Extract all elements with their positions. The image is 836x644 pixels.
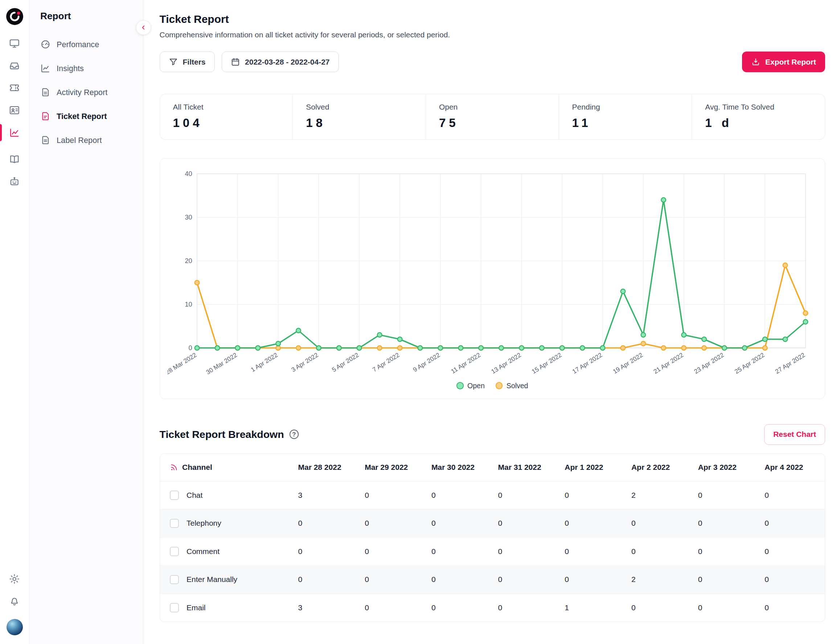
knowledge-base-icon[interactable]: [0, 148, 29, 171]
stat-open: Open75: [426, 95, 559, 139]
column-header-date: Mar 28 2022: [292, 454, 359, 481]
download-icon: [751, 57, 761, 67]
sidebar-item-label-report[interactable]: Label Report: [29, 129, 143, 152]
cell-value: 1: [558, 593, 625, 621]
svg-text:20: 20: [185, 257, 192, 264]
column-header-label: Mar 28 2022: [298, 463, 341, 472]
column-header-date: Apr 2 2022: [625, 454, 692, 481]
breakdown-table: ChannelMar 28 2022Mar 29 2022Mar 30 2022…: [160, 453, 826, 622]
svg-text:19 Apr 2022: 19 Apr 2022: [611, 351, 644, 375]
cell-value: 0: [758, 537, 825, 566]
sidebar-item-label: Label Report: [57, 136, 102, 145]
cell-value: 0: [558, 481, 625, 509]
row-checkbox[interactable]: [170, 575, 179, 585]
sidebar-item-activity-report[interactable]: Activity Report: [29, 80, 143, 104]
filter-icon: [169, 57, 178, 67]
user-avatar[interactable]: [7, 619, 23, 635]
column-header-label: Mar 29 2022: [365, 463, 408, 472]
app-logo[interactable]: [5, 7, 24, 26]
cell-value: 2: [625, 481, 692, 509]
stat-value: 18: [306, 116, 413, 130]
sidebar-item-label: Perfomance: [57, 40, 99, 49]
cell-value: 0: [692, 481, 758, 509]
contacts-icon[interactable]: [0, 99, 29, 122]
sidebar-items: PerfomanceInsightsActivity ReportTicket …: [29, 33, 143, 152]
column-header-date: Mar 29 2022: [358, 454, 425, 481]
cell-value: 0: [425, 509, 491, 538]
sidebar-item-perfomance[interactable]: Perfomance: [29, 33, 143, 57]
sidebar-title: Report: [29, 9, 143, 33]
sidebar: Report PerfomanceInsightsActivity Report…: [29, 0, 143, 644]
breakdown-table-body: Chat30000200Telephony00000000Comment0000…: [160, 481, 825, 621]
sidebar-item-ticket-report[interactable]: Ticket Report: [29, 104, 143, 129]
reset-chart-button[interactable]: Reset Chart: [764, 424, 825, 445]
settings-icon[interactable]: [0, 568, 29, 590]
cell-value: 0: [292, 537, 359, 566]
cell-value: 0: [425, 537, 491, 566]
cell-value: 0: [358, 566, 425, 594]
legend-dot: [456, 382, 464, 389]
notifications-icon[interactable]: [0, 590, 29, 613]
cell-value: 0: [292, 509, 359, 538]
trend-icon: [40, 63, 51, 73]
table-row-email: Email30001000: [160, 593, 825, 621]
table-row-enter-manually: Enter Manually00000200: [160, 566, 825, 594]
help-icon[interactable]: ?: [289, 430, 299, 439]
channel-label: Comment: [186, 547, 219, 556]
cell-value: 3: [292, 481, 359, 509]
filters-button[interactable]: Filters: [160, 52, 215, 72]
sidebar-item-label: Ticket Report: [57, 112, 107, 121]
svg-text:11 Apr 2022: 11 Apr 2022: [449, 351, 482, 375]
channel-cell: Telephony: [160, 509, 292, 538]
svg-text:10: 10: [185, 301, 192, 308]
stat-avg-time-to-solved: Avg. Time To Solved1 d: [692, 95, 825, 139]
page-title: Ticket Report: [160, 13, 826, 25]
cell-value: 0: [758, 481, 825, 509]
monitor-icon[interactable]: [0, 32, 29, 55]
svg-text:40: 40: [185, 170, 192, 178]
export-report-button[interactable]: Export Report: [742, 52, 825, 72]
svg-text:9 Apr 2022: 9 Apr 2022: [411, 351, 441, 373]
app-root: Report PerfomanceInsightsActivity Report…: [0, 0, 836, 644]
ticket-icon[interactable]: [0, 77, 29, 99]
svg-text:3 Apr 2022: 3 Apr 2022: [290, 351, 319, 373]
cell-value: 0: [491, 593, 558, 621]
calendar-icon: [231, 57, 240, 67]
svg-text:23 Apr 2022: 23 Apr 2022: [692, 351, 725, 375]
column-header-label: Apr 3 2022: [698, 463, 736, 472]
cell-value: 0: [625, 593, 692, 621]
row-checkbox[interactable]: [170, 547, 179, 556]
date-range-button[interactable]: 2022-03-28 - 2022-04-27: [222, 52, 339, 72]
cell-value: 0: [491, 566, 558, 594]
legend-item-open[interactable]: Open: [456, 382, 485, 390]
sidebar-item-insights[interactable]: Insights: [29, 57, 143, 80]
cell-value: 0: [558, 566, 625, 594]
channel-table: ChannelMar 28 2022Mar 29 2022Mar 30 2022…: [160, 454, 825, 622]
svg-text:25 Apr 2022: 25 Apr 2022: [733, 351, 766, 375]
svg-text:5 Apr 2022: 5 Apr 2022: [330, 351, 359, 373]
row-checkbox[interactable]: [170, 603, 179, 613]
bot-icon[interactable]: [0, 171, 29, 193]
stat-label: Open: [439, 103, 546, 111]
reports-icon[interactable]: [0, 122, 29, 144]
column-header-label: Apr 1 2022: [565, 463, 603, 472]
column-header-label: Channel: [182, 463, 212, 472]
table-row-comment: Comment00000000: [160, 537, 825, 566]
legend-label: Open: [467, 382, 485, 390]
stat-pending: Pending11: [559, 95, 692, 139]
svg-text:30 Mar 2022: 30 Mar 2022: [205, 351, 238, 375]
legend-dot: [496, 382, 503, 389]
channel-label: Chat: [186, 491, 202, 500]
row-checkbox[interactable]: [170, 491, 179, 500]
legend-item-solved[interactable]: Solved: [496, 382, 528, 390]
cell-value: 0: [758, 509, 825, 538]
doc-ticket-icon: [40, 111, 51, 122]
inbox-icon[interactable]: [0, 54, 29, 77]
sidebar-collapse-button[interactable]: ‹: [136, 20, 151, 35]
stat-label: All Ticket: [173, 103, 280, 111]
cell-value: 0: [358, 537, 425, 566]
channel-cell: Email: [160, 593, 292, 621]
row-checkbox[interactable]: [170, 519, 179, 528]
icon-rail-items: [0, 32, 29, 193]
column-header-label: Mar 30 2022: [431, 463, 475, 472]
